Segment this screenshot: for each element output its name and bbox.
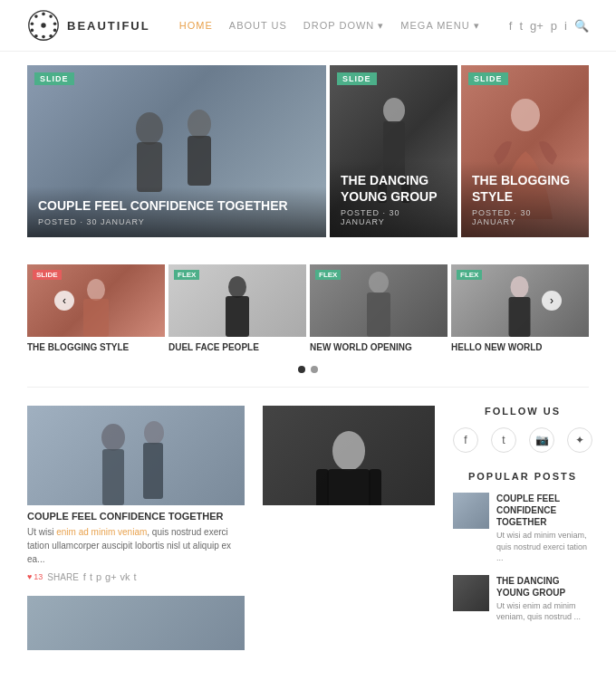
svg-point-23 — [228, 276, 246, 298]
follow-instagram-icon[interactable]: 📷 — [529, 427, 554, 453]
svg-point-3 — [53, 22, 57, 25]
fashion-post-column — [263, 406, 435, 664]
flex-section: ‹ SLIDE FLEX — [0, 251, 616, 357]
svg-point-9 — [31, 22, 34, 25]
flex-label-0: THE BLOGGING STYLE — [27, 342, 165, 352]
post-excerpt-link-0[interactable]: enim ad minim veniam — [56, 527, 147, 537]
flex-badge-3: FLEX — [457, 270, 482, 280]
follow-facebook-icon[interactable]: f — [453, 427, 478, 453]
nav-home[interactable]: HOME — [179, 20, 213, 31]
fashion-post-image — [263, 406, 435, 505]
svg-point-33 — [332, 431, 365, 471]
flex-label-2: NEW WORLD OPENING — [310, 342, 448, 352]
svg-point-8 — [31, 29, 34, 33]
main-nav: HOME ABOUT US DROP DOWN ▾ MEGA MENU ▾ — [179, 20, 480, 32]
svg-point-29 — [101, 424, 125, 451]
svg-rect-13 — [137, 142, 162, 192]
popular-info-1: THE DANCING YOUNG GROUP Ut wisi enim ad … — [496, 575, 592, 623]
svg-point-14 — [188, 110, 211, 139]
sidebar: FOLLOW US f t 📷 ✦ POPULAR POSTS COUPLE F… — [453, 406, 592, 664]
hero-side-slide-2[interactable]: SLIDE THE BLOGGING STYLE POSTED · 30 JAN… — [461, 65, 589, 237]
flex-labels: THE BLOGGING STYLE DUEL FACE PEOPLE NEW … — [27, 337, 589, 352]
follow-title: FOLLOW US — [453, 406, 592, 417]
share-twitter-icon[interactable]: t — [90, 571, 92, 582]
popular-post-excerpt-0: Ut wisi ad minim veniam, quis nostrud ex… — [496, 530, 592, 564]
social-icons-follow: f t 📷 ✦ — [453, 427, 592, 453]
twitter-header-icon[interactable]: t — [519, 19, 523, 33]
svg-rect-34 — [327, 469, 371, 505]
svg-point-10 — [34, 14, 38, 18]
google-header-icon[interactable]: g+ — [530, 19, 544, 33]
nav-about[interactable]: ABOUT US — [229, 20, 287, 31]
flex-item-2[interactable]: FLEX — [310, 264, 448, 337]
hero-main-slide[interactable]: SLIDE COUPLE FEEL CONFIDENCE TOGETHER PO… — [27, 65, 326, 237]
post-card-1 — [27, 596, 245, 650]
svg-point-25 — [369, 272, 389, 293]
flex-label-1: DUEL FACE PEOPLE — [168, 342, 306, 352]
slide-badge-2: SLIDE — [468, 72, 508, 85]
dot-0[interactable] — [298, 366, 305, 373]
svg-point-11 — [41, 23, 45, 27]
dot-1[interactable] — [311, 366, 318, 373]
hearts-count: 13 — [34, 572, 43, 581]
popular-thumb-1 — [453, 575, 489, 611]
follow-twitter-icon[interactable]: t — [491, 427, 516, 453]
instagram-header-icon[interactable]: i — [564, 19, 567, 33]
flex-item-3[interactable]: FLEX — [451, 264, 589, 337]
popular-posts-section: POPULAR POSTS COUPLE FEEL CONFIDENCE TOG… — [453, 471, 592, 623]
svg-point-1 — [42, 13, 45, 16]
post-share-0: ♥ 13 SHARE f t p g+ vk t — [27, 571, 245, 582]
share-facebook-icon[interactable]: f — [83, 571, 86, 582]
flex-badge-2: FLEX — [315, 270, 341, 280]
svg-rect-15 — [188, 136, 211, 186]
popular-info-0: COUPLE FEEL CONFIDENCE TOGETHER Ut wisi … — [496, 493, 592, 564]
flex-prev-button[interactable]: ‹ — [54, 291, 74, 311]
popular-image-1 — [453, 575, 489, 611]
follow-rss-icon[interactable]: ✦ — [567, 427, 592, 453]
popular-post-title-1: THE DANCING YOUNG GROUP — [496, 575, 592, 599]
share-google-icon[interactable]: g+ — [105, 571, 117, 582]
nav-mega[interactable]: MEGA MENU ▾ — [400, 20, 479, 32]
flex-next-button[interactable]: › — [542, 291, 562, 311]
svg-point-20 — [511, 99, 540, 131]
post-card-0: COUPLE FEEL CONFIDENCE TOGETHER Ut wisi … — [27, 406, 245, 582]
nav-dropdown[interactable]: DROP DOWN ▾ — [303, 20, 385, 32]
svg-rect-30 — [102, 449, 124, 505]
popular-image-0 — [453, 493, 489, 529]
post-excerpt-0: Ut wisi enim ad minim veniam, quis nostr… — [27, 525, 245, 566]
hero-main-caption: COUPLE FEEL CONFIDENCE TOGETHER POSTED ·… — [27, 187, 326, 237]
header: BEAUTIFUL HOME ABOUT US DROP DOWN ▾ MEGA… — [0, 0, 616, 52]
hero-side-title-2: THE BLOGGING STYLE — [472, 172, 578, 205]
share-pinterest-icon[interactable]: p — [96, 571, 101, 582]
hero-side-caption-1: THE DANCING YOUNG GROUP POSTED · 30 JANU… — [330, 161, 457, 237]
post-image-0 — [27, 406, 245, 505]
hero-side-posted-1: POSTED · 30 JANUARY — [341, 208, 447, 226]
share-label: SHARE — [47, 572, 78, 582]
hero-main-title: COUPLE FEEL CONFIDENCE TOGETHER — [38, 197, 315, 214]
svg-point-4 — [53, 29, 57, 33]
follow-section: FOLLOW US f t 📷 ✦ — [453, 406, 592, 453]
carousel-dots — [0, 357, 616, 387]
flex-grid: SLIDE FLEX FLEX — [27, 264, 589, 337]
share-icons: f t p g+ vk t — [83, 571, 137, 582]
popular-post-excerpt-1: Ut wisi enim ad minim veniam, quis nostr… — [496, 600, 592, 623]
content-section: COUPLE FEEL CONFIDENCE TOGETHER Ut wisi … — [0, 397, 616, 673]
share-tumblr-icon[interactable]: t — [134, 571, 137, 582]
search-icon[interactable]: 🔍 — [574, 19, 589, 33]
divider — [27, 387, 589, 388]
pinterest-header-icon[interactable]: p — [551, 19, 557, 33]
hero-section: SLIDE COUPLE FEEL CONFIDENCE TOGETHER PO… — [0, 52, 616, 251]
svg-point-31 — [144, 421, 164, 445]
hero-side-title-1: THE DANCING YOUNG GROUP — [341, 172, 447, 205]
facebook-header-icon[interactable]: f — [509, 19, 513, 33]
flex-item-0[interactable]: SLIDE — [27, 264, 165, 337]
flex-item-1[interactable]: FLEX — [168, 264, 306, 337]
svg-rect-24 — [226, 296, 249, 337]
hero-side-slide-1[interactable]: SLIDE THE DANCING YOUNG GROUP POSTED · 3… — [330, 65, 457, 237]
share-vk-icon[interactable]: vk — [120, 571, 130, 582]
svg-rect-22 — [83, 299, 109, 337]
svg-rect-26 — [367, 292, 390, 337]
header-social-icons: f t g+ p i 🔍 — [509, 19, 589, 33]
svg-rect-35 — [316, 469, 329, 505]
logo-text: BEAUTIFUL — [67, 19, 150, 33]
